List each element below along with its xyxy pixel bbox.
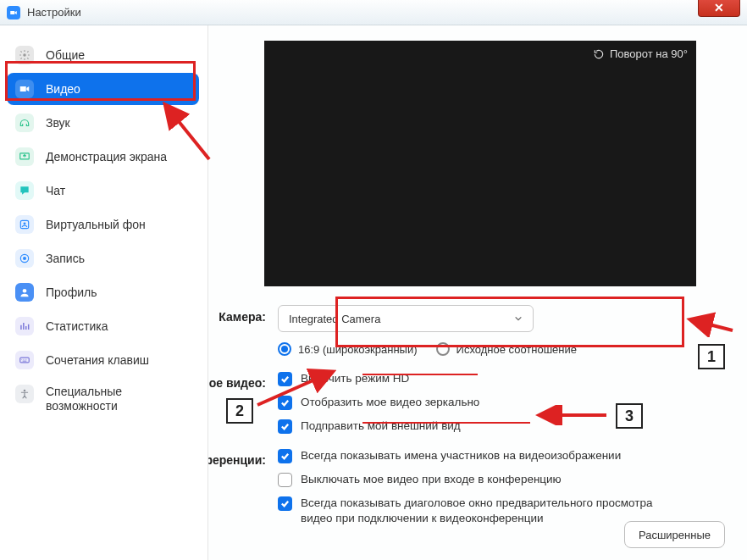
window-title: Настройки <box>27 6 81 19</box>
touchup-checkbox[interactable]: Подправить мой внешний вид <box>278 419 732 434</box>
video-preview: Поворот на 90° <box>264 41 696 286</box>
close-icon: ✕ <box>714 1 724 14</box>
sidebar-item-label: Статистика <box>46 319 108 333</box>
audio-icon <box>15 114 34 132</box>
titlebar: Настройки ✕ <box>0 0 747 25</box>
camera-selected: Integrated Camera <box>289 313 380 325</box>
svg-point-5 <box>23 257 26 260</box>
mirror-video-checkbox[interactable]: Отобразить мое видео зеркально <box>278 395 732 410</box>
radio-icon-checked <box>278 342 291 356</box>
sidebar-item-label: Демонстрация экрана <box>46 150 167 164</box>
sidebar-item-chat[interactable]: Чат <box>7 175 199 207</box>
annotation-number-1: 1 <box>698 344 725 369</box>
checkbox-icon-checked <box>278 419 292 434</box>
checkbox-icon-checked <box>278 396 292 410</box>
preview-dialog-label: Всегда показывать диаголовое окно предва… <box>301 496 656 526</box>
settings-panel-video: Поворот на 90° Камера: Integrated Camera… <box>208 25 747 560</box>
access-icon <box>15 385 34 403</box>
sidebar-item-video[interactable]: Видео <box>7 73 199 105</box>
sidebar-item-label: Запись <box>46 252 85 265</box>
sidebar-item-label: Видео <box>46 82 80 96</box>
camera-select[interactable]: Integrated Camera <box>278 305 534 332</box>
aspect-16-9-label: 16:9 (широкоэкранный) <box>298 343 418 356</box>
svg-point-0 <box>23 53 26 57</box>
rotate-label: Поворот на 90° <box>610 47 688 60</box>
sidebar-item-access[interactable]: Специальные возможности <box>7 378 199 420</box>
gear-icon <box>15 46 34 64</box>
advanced-button-label: Расширенные <box>639 529 711 541</box>
sidebar-item-share[interactable]: Демонстрация экрана <box>7 141 199 173</box>
sidebar-item-gear[interactable]: Общие <box>7 39 199 71</box>
checkbox-icon-checked <box>278 496 292 511</box>
checkbox-icon-unchecked <box>278 473 292 487</box>
show-names-checkbox[interactable]: Всегда показывать имена участников на ви… <box>278 448 732 463</box>
app-icon <box>7 6 20 19</box>
mute-on-join-checkbox[interactable]: Выключать мое видео при входе в конферен… <box>278 472 732 487</box>
aspect-original-radio[interactable]: Исходное соотношение <box>436 342 578 356</box>
show-names-label: Всегда показывать имена участников на ви… <box>301 448 621 463</box>
sidebar-item-profile[interactable]: Профиль <box>7 276 199 308</box>
sidebar-item-bg[interactable]: Виртуальный фон <box>7 208 199 241</box>
sidebar-item-label: Общие <box>46 48 85 62</box>
checkbox-icon-checked <box>278 449 292 463</box>
meetings-label: Конференции: <box>208 448 278 535</box>
close-button[interactable]: ✕ <box>698 0 740 17</box>
sidebar-item-label: Специальные возможности <box>46 385 191 413</box>
stats-icon <box>15 317 34 335</box>
camera-label: Камера: <box>208 305 278 356</box>
advanced-button[interactable]: Расширенные <box>624 521 725 548</box>
settings-sidebar: ОбщиеВидеоЗвукДемонстрация экранаЧатВирт… <box>0 25 208 560</box>
svg-point-8 <box>24 390 26 392</box>
checkbox-icon-checked <box>278 372 292 386</box>
radio-icon-unchecked <box>436 342 450 356</box>
profile-icon <box>15 283 34 302</box>
video-icon <box>15 80 34 98</box>
enable-hd-checkbox[interactable]: Включить режим HD <box>278 371 732 386</box>
sidebar-item-label: Звук <box>46 116 70 130</box>
annotation-number-3: 3 <box>616 403 643 429</box>
sidebar-item-label: Виртуальный фон <box>46 218 146 231</box>
svg-rect-7 <box>20 358 30 363</box>
aspect-original-label: Исходное соотношение <box>456 343 578 356</box>
annotation-number-2: 2 <box>226 398 253 424</box>
sidebar-item-rec[interactable]: Запись <box>7 242 199 274</box>
touchup-label: Подправить мой внешний вид <box>301 419 461 434</box>
sidebar-item-label: Сочетания клавиш <box>46 353 149 367</box>
bg-icon <box>15 215 34 234</box>
sidebar-item-keys[interactable]: Сочетания клавиш <box>7 344 199 376</box>
sidebar-item-audio[interactable]: Звук <box>7 107 199 139</box>
enable-hd-label: Включить режим HD <box>301 371 409 386</box>
sidebar-item-stats[interactable]: Статистика <box>7 310 199 342</box>
svg-point-6 <box>23 289 27 293</box>
rotate-button[interactable]: Поворот на 90° <box>593 47 688 60</box>
sidebar-item-label: Профиль <box>46 286 97 299</box>
svg-point-3 <box>24 222 26 225</box>
share-icon <box>15 147 34 166</box>
chat-icon <box>15 181 34 200</box>
sidebar-item-label: Чат <box>46 184 65 197</box>
rec-icon <box>15 249 34 268</box>
mute-on-join-label: Выключать мое видео при входе в конферен… <box>301 472 562 487</box>
chevron-down-icon <box>514 314 523 323</box>
aspect-16-9-radio[interactable]: 16:9 (широкоэкранный) <box>278 342 418 356</box>
mirror-video-label: Отобразить мое видео зеркально <box>301 395 479 410</box>
keys-icon <box>15 351 34 369</box>
